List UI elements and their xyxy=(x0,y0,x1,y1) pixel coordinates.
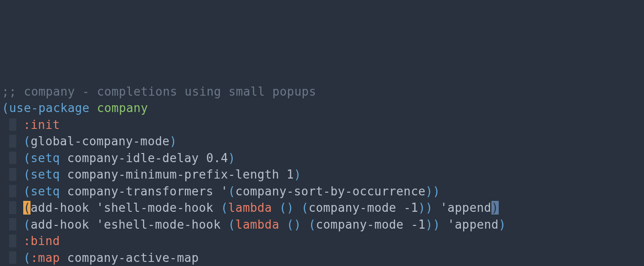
code-editor[interactable]: ;; company - completions using small pop… xyxy=(0,66,644,266)
code-line: (setq company-idle-delay 0.4) xyxy=(2,151,235,165)
paren-close: ) xyxy=(286,201,294,215)
indent-guide xyxy=(9,152,16,164)
paren-open: ( xyxy=(23,134,31,148)
number-literal: 0.4 xyxy=(206,151,228,165)
comment: ;; company - completions using small pop… xyxy=(2,85,316,98)
paren-close: ) xyxy=(294,218,301,231)
code-line: (global-company-mode) xyxy=(2,134,177,148)
code-line: (setq company-minimum-prefix-length 1) xyxy=(2,168,301,181)
package-name: company xyxy=(97,101,148,115)
paren-open: ( xyxy=(221,201,228,215)
symbol-name: eshell-mode-hook xyxy=(104,218,221,231)
fn-call: company-mode -1 xyxy=(316,218,426,231)
paren-close: ) xyxy=(418,201,425,215)
paren-open: ( xyxy=(308,218,316,231)
fn-name: add-hook xyxy=(31,218,89,231)
fn-name: global-company-mode xyxy=(31,134,169,148)
map-keyword: :map xyxy=(31,251,60,265)
paren-open: ( xyxy=(228,218,235,231)
map-name: company-active-map xyxy=(67,251,199,265)
quote: ' xyxy=(221,184,228,198)
var-name: company-minimum-prefix-length xyxy=(67,168,280,181)
code-line: (use-package company xyxy=(2,101,148,115)
paren-close: ) xyxy=(169,134,177,148)
paren-close: ) xyxy=(425,184,433,198)
fn-name: company-sort-by-occurrence xyxy=(235,184,425,198)
paren-open: ( xyxy=(23,251,31,265)
init-keyword: :init xyxy=(23,118,60,132)
paren-close: ) xyxy=(425,201,433,215)
paren-close: ) xyxy=(228,151,235,165)
fn-call: company-mode -1 xyxy=(308,201,418,215)
paren-open: ( xyxy=(2,101,9,115)
symbol-name: append xyxy=(448,201,491,215)
quote: ' xyxy=(97,218,104,231)
paren-open: ( xyxy=(23,184,31,198)
paren-open: ( xyxy=(279,201,286,215)
paren-open: ( xyxy=(23,218,31,231)
fn-name: add-hook xyxy=(31,201,89,215)
cursor: ) xyxy=(491,201,499,215)
paren-close: ) xyxy=(433,218,440,231)
use-package-kw: use-package xyxy=(9,101,90,115)
indent-guide xyxy=(9,251,16,264)
code-line: (:map company-active-map xyxy=(2,251,199,265)
number-literal: 1 xyxy=(286,168,294,181)
lambda-kw: lambda xyxy=(228,201,272,215)
var-name: company-transformers xyxy=(67,184,214,198)
paren-open: ( xyxy=(23,151,31,165)
symbol-name: append xyxy=(455,218,499,231)
indent-guide xyxy=(9,218,16,230)
code-line: :init xyxy=(2,118,60,132)
paren-open: ( xyxy=(286,218,294,231)
setq-kw: setq xyxy=(31,168,60,181)
paren-close: ) xyxy=(499,218,506,231)
paren-open: ( xyxy=(23,168,31,181)
symbol-name: shell-mode-hook xyxy=(104,201,214,215)
quote: ' xyxy=(97,201,104,215)
paren-open-highlighted: ( xyxy=(23,201,31,215)
lambda-kw: lambda xyxy=(235,218,279,231)
paren-open: ( xyxy=(301,201,308,215)
indent-guide xyxy=(9,235,16,247)
bind-keyword: :bind xyxy=(23,234,60,248)
paren-close: ) xyxy=(294,168,301,181)
code-line: (setq company-transformers '(company-sor… xyxy=(2,184,440,198)
code-line: (add-hook 'shell-mode-hook (lambda () (c… xyxy=(2,201,499,215)
indent-guide xyxy=(9,168,16,180)
quote: ' xyxy=(440,201,447,215)
setq-kw: setq xyxy=(31,184,60,198)
quote: ' xyxy=(448,218,455,231)
paren-open: ( xyxy=(228,184,235,198)
var-name: company-idle-delay xyxy=(67,151,199,165)
indent-guide xyxy=(9,201,16,214)
code-line: (add-hook 'eshell-mode-hook (lambda () (… xyxy=(2,218,506,231)
code-line: :bind xyxy=(2,234,60,248)
code-line: ;; company - completions using small pop… xyxy=(2,85,316,98)
paren-close: ) xyxy=(433,184,440,198)
indent-guide xyxy=(9,185,16,197)
indent-guide xyxy=(9,135,16,147)
paren-close: ) xyxy=(425,218,433,231)
setq-kw: setq xyxy=(31,151,60,165)
indent-guide xyxy=(9,118,16,131)
